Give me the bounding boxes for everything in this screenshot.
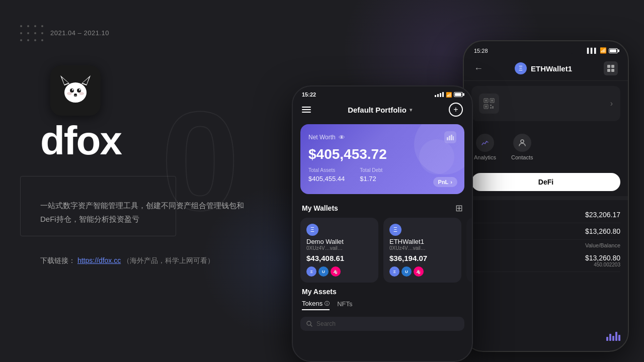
balance-row-2: $13,260.80: [471, 223, 620, 240]
eye-icon[interactable]: 👁: [339, 134, 345, 141]
phone-front: 15:22 📶 Default Portfolio: [292, 85, 473, 362]
demo-wallet-icon: Ξ: [306, 224, 318, 236]
analytics-icon: [476, 134, 494, 152]
pnl-label: PnL: [438, 179, 449, 185]
net-worth-value: $405,453.72: [308, 146, 456, 162]
contacts-icon: [513, 134, 531, 152]
wallet-card-eth1[interactable]: Ξ ETHWallet1 0XUz4V…vail… $36,194.07 Ξ U…: [383, 218, 461, 283]
svg-point-8: [79, 89, 80, 90]
phone-front-notch: [352, 86, 413, 98]
eth1-wallet-name: ETHWallet1: [389, 238, 455, 245]
svg-rect-26: [447, 137, 448, 140]
analytics-label: Analytics: [474, 154, 496, 160]
assets-tabs: Tokens ⓘ NFTs: [302, 300, 463, 310]
wallets-manage-icon[interactable]: ⊞: [455, 203, 463, 214]
total-assets-col: Total Assets $405,455.44: [308, 167, 345, 183]
analytics-nav-item[interactable]: Analytics: [474, 134, 496, 160]
status-icons: 📶: [435, 92, 463, 98]
contacts-nav-item[interactable]: Contacts: [511, 134, 533, 160]
search-icon: [306, 321, 312, 327]
asset-search-bar[interactable]: Search: [300, 317, 464, 331]
uni-token-dot: 🦄: [331, 266, 341, 277]
dot-grid: [20, 25, 45, 43]
wallet-card-demo[interactable]: Ξ Demo Wallet 0XUz4V…vail… $43,408.61 Ξ …: [300, 218, 378, 283]
chart-icon[interactable]: [444, 131, 456, 143]
phone-back-time: 15:28: [474, 48, 488, 54]
svg-rect-23: [492, 106, 494, 109]
svg-rect-14: [607, 69, 610, 72]
qr-placeholder: [479, 94, 499, 114]
app-description: 一站式数字资产智能管理工具，创建不同资产组合管理钱包和DeFi持仓，智能分析投资…: [40, 199, 257, 226]
eth1-wallet-icon: Ξ: [389, 224, 401, 236]
total-assets-label: Total Assets: [308, 167, 345, 173]
balance-row-1: $23,206.17: [471, 207, 620, 223]
total-debt-label: Total Debt: [360, 167, 382, 173]
download-label: 下载链接：: [40, 256, 75, 264]
grid-view-icon[interactable]: [604, 61, 618, 75]
svg-rect-21: [485, 106, 487, 108]
defi-button[interactable]: DeFi: [471, 173, 620, 191]
net-worth-card: Net Worth 👁 $405,453.72 Total Assets $4: [300, 124, 464, 194]
svg-rect-15: [611, 69, 614, 72]
phone-back-status-icons: ▌▌▌ 📶: [587, 47, 618, 54]
demo-wallet-tokens: Ξ U 🦄: [306, 266, 372, 277]
pnl-arrow-icon: ›: [450, 179, 452, 185]
eth1-wallet-addr: 0XUz4V…vail…: [389, 245, 455, 251]
demo-wallet-addr: 0XUz4V…vail…: [306, 245, 372, 251]
chevron-right-icon: ›: [610, 99, 613, 108]
svg-rect-19: [485, 100, 487, 102]
right-panel: 15:28 ▌▌▌ 📶 ← Ξ ETHWallet1: [282, 0, 644, 362]
usdc-token-dot: U: [318, 266, 329, 277]
value-balance-label: Value/Balance: [471, 240, 620, 250]
total-debt-value: $1.72: [360, 175, 376, 183]
balance-value-2: $13,260.80: [585, 227, 620, 235]
download-note: （海外产品，科学上网可看）: [123, 256, 214, 264]
back-arrow-icon[interactable]: ←: [474, 63, 483, 74]
svg-rect-20: [491, 100, 493, 102]
eth1-usdc-dot: U: [401, 266, 412, 277]
pnl-button[interactable]: PnL ›: [433, 177, 457, 187]
eth1-wallet-tokens: Ξ U 🦄: [389, 266, 455, 277]
assets-section: My Assets Tokens ⓘ NFTs: [293, 283, 472, 313]
eth1-uni-dot: 🦄: [414, 266, 424, 277]
phone-back-notch: [513, 41, 579, 54]
nfts-tab[interactable]: NFTs: [337, 300, 352, 310]
svg-point-10: [67, 92, 72, 95]
date-range: 2021.04 – 2021.10: [50, 29, 109, 37]
wallets-section-header: My Wallets ⊞: [293, 197, 472, 218]
eth1-wallet-icon-row: Ξ: [389, 224, 455, 236]
svg-rect-22: [490, 105, 492, 106]
logo-box: [50, 65, 101, 116]
total-assets-value: $405,455.44: [308, 175, 345, 183]
app-header: Default Portfolio ▾ +: [293, 100, 472, 122]
tokens-tab[interactable]: Tokens ⓘ: [302, 300, 330, 310]
nw-header: Net Worth 👁: [308, 131, 456, 143]
back-divider-1: [464, 196, 628, 200]
svg-point-9: [74, 94, 77, 96]
add-wallet-button[interactable]: +: [449, 103, 463, 117]
nfts-tab-label: NFTs: [337, 300, 352, 308]
hamburger-menu[interactable]: [302, 107, 311, 113]
vb-value: $13,260.80: [585, 254, 620, 262]
svg-point-6: [77, 88, 81, 93]
download-url[interactable]: https://dfox.cc: [77, 256, 121, 264]
svg-rect-12: [607, 65, 610, 68]
vb-sub: 450.002203: [585, 262, 620, 267]
portfolio-title[interactable]: Default Portfolio ▾: [348, 106, 412, 114]
balance-rows: $23,206.17 $13,260.80 Value/Balance $13,…: [464, 204, 628, 275]
balance-row-vb: $13,260.80 450.002203: [471, 250, 620, 272]
tokens-tab-label: Tokens: [302, 300, 323, 307]
net-worth-label: Net Worth: [308, 134, 336, 141]
phone-back-address-area[interactable]: ›: [471, 86, 620, 121]
eth1-wallet-balance: $36,194.07: [389, 254, 455, 262]
svg-point-7: [72, 89, 73, 90]
svg-point-5: [70, 88, 74, 93]
contacts-label: Contacts: [511, 154, 533, 160]
phone-back: 15:28 ▌▌▌ 📶 ← Ξ ETHWallet1: [463, 40, 629, 352]
search-placeholder: Search: [316, 320, 336, 327]
phone-back-header: ← Ξ ETHWallet1: [464, 56, 628, 81]
wallets-scroll-list[interactable]: Ξ Demo Wallet 0XUz4V…vail… $43,408.61 Ξ …: [293, 218, 472, 283]
portfolio-name: Default Portfolio: [348, 106, 407, 114]
download-link-row: 下载链接： https://dfox.cc （海外产品，科学上网可看）: [40, 256, 214, 265]
nw-label: Net Worth 👁: [308, 134, 345, 141]
